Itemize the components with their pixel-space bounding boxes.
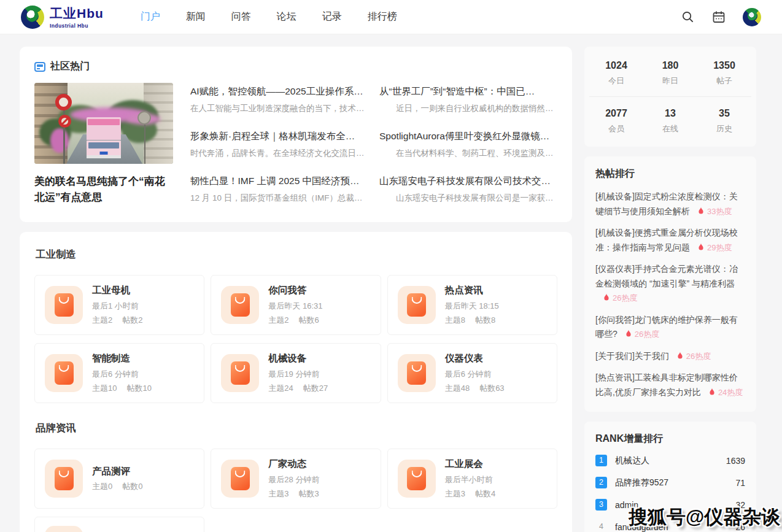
hot-post-item[interactable]: [仪器仪表]手持式合金元素光谱仪：冶金检测领域的 “加速引擎” 与精准利器26热…	[595, 262, 745, 306]
forum-bag-icon	[45, 286, 83, 324]
article-list-item[interactable]: 形象焕新·启程全球｜格林凯瑞发布全… 时代奔涌，品牌长青。在全球经济文化交流日…	[190, 130, 368, 159]
forum-post-count: 帖数10	[126, 383, 151, 394]
community-hot-title: 社区热门	[50, 60, 90, 73]
forum-bag-icon	[221, 354, 259, 392]
forum-bag-icon	[398, 460, 436, 498]
stat-label: 会员	[589, 123, 643, 134]
article-title: 韧性凸显！IMF 上调 2025 中国经济预期…	[190, 175, 368, 188]
forum-name: 工业母机	[92, 284, 142, 297]
forum-post-count: 帖数6	[299, 315, 319, 326]
article-list-item[interactable]: 从“世界工厂”到“智造中枢”：中国已… 近日，一则来自行业权威机构的数据悄然…	[379, 85, 557, 114]
stat-cell: 1350 帖子	[697, 60, 751, 87]
forum-card[interactable]: 仪器仪表 最后6 分钟前 主题48 帖数63	[387, 343, 557, 403]
forum-name: 热点资讯	[445, 284, 499, 297]
forum-topic-count: 主题2	[268, 315, 288, 326]
article-list-item[interactable]: AI赋能，智控领航——2025工业操作系… 在人工智能与工业制造深度融合的当下，…	[190, 85, 368, 114]
stat-cell: 2077 会员	[589, 108, 643, 134]
forum-sections-panel: 工业制造 工业母机 最后1 小时前 主题2 帖数2 你问我答 最后昨天 16:3…	[20, 232, 572, 532]
rank-score: 71	[735, 478, 745, 488]
forum-topic-count: 主题10	[92, 383, 117, 394]
article-column-1: AI赋能，智控领航——2025工业操作系… 在人工智能与工业制造深度融合的当下，…	[190, 85, 368, 205]
article-subtitle: 在人工智能与工业制造深度融合的当下，技术…	[190, 103, 368, 114]
article-subtitle: 在当代材料科学、制药工程、环境监测及…	[379, 148, 557, 159]
hot-post-item[interactable]: [热点资讯]工装检具非标定制哪家性价比高,优质厂家排名实力对比24热度	[595, 371, 745, 399]
forum-post-count: 帖数27	[303, 383, 328, 394]
stat-value: 35	[697, 108, 751, 119]
forum-card[interactable]: 工业母机 最后1 小时前 主题2 帖数2	[34, 275, 204, 335]
search-icon[interactable]	[681, 10, 695, 24]
site-logo[interactable]: 工业Hbu Industrial Hbu	[21, 5, 104, 29]
forum-name: 厂家动态	[268, 458, 319, 471]
stat-label: 在线	[643, 123, 697, 134]
section-title-industry: 工业制造	[36, 248, 557, 261]
rank-badge: 3	[595, 499, 607, 511]
stat-value: 180	[643, 60, 697, 71]
forum-topic-count: 主题3	[445, 488, 465, 499]
hot-post-item[interactable]: [机械设备]固定式粉尘浓度检测仪：关键细节与使用须知全解析33热度	[595, 190, 745, 218]
no-entry-sign	[55, 94, 72, 110]
hot-post-item[interactable]: [你问我答]龙门铣床的维护保养一般有哪些?26热度	[595, 313, 745, 342]
forum-card[interactable]: 产品测评 主题0 帖数0	[34, 449, 204, 509]
user-avatar[interactable]	[743, 8, 761, 26]
hot-posts-box: 热帖排行 [机械设备]固定式粉尘浓度检测仪：关键细节与使用须知全解析33热度[机…	[584, 156, 756, 412]
stat-value: 13	[643, 108, 697, 119]
hot-posts-title: 热帖排行	[595, 168, 745, 180]
article-subtitle: 近日，一则来自行业权威机构的数据悄然…	[379, 103, 557, 114]
section-title-brand: 品牌资讯	[36, 422, 557, 435]
hot-post-item[interactable]: [关于我们]关于我们26热度	[595, 349, 745, 364]
nav-item[interactable]: 记录	[322, 10, 342, 23]
forum-name: 仪器仪表	[445, 352, 505, 365]
hot-post-item[interactable]: [机械设备]便携式重金属分析仪现场校准：操作指南与常见问题29热度	[595, 226, 745, 255]
forum-card[interactable]: 热点资讯 最后昨天 18:15 主题8 帖数8	[387, 275, 557, 335]
rank-row[interactable]: 3 admin 32	[595, 499, 745, 511]
stat-value: 1024	[589, 60, 643, 71]
logo-icon	[21, 6, 44, 29]
nav-item[interactable]: 门户	[141, 10, 160, 23]
rank-row[interactable]: 2 品牌推荐9527 71	[595, 477, 745, 488]
featured-caption[interactable]: 美的联名马思纯搞了个“南花北运”有点意思	[34, 174, 174, 205]
article-list-item[interactable]: SpotlightAurora傅里叶变换红外显微镜… 在当代材料科学、制药工程、…	[379, 130, 557, 159]
forum-card[interactable]: 机械设备 最后19 分钟前 主题24 帖数27	[211, 343, 381, 403]
flame-icon	[625, 330, 632, 338]
nav-item[interactable]: 问答	[231, 10, 251, 23]
forum-bag-icon	[398, 354, 436, 392]
rank-score: 26	[735, 522, 745, 532]
nav-item[interactable]: 新闻	[186, 10, 206, 23]
industry-forum-grid: 工业母机 最后1 小时前 主题2 帖数2 你问我答 最后昨天 16:31 主题2…	[34, 275, 557, 403]
forum-topic-count: 主题48	[445, 383, 470, 394]
nav-item[interactable]: 排行榜	[368, 10, 397, 23]
flame-icon	[676, 352, 684, 360]
rank-row[interactable]: 4 fandougarden 26	[595, 521, 745, 532]
stat-label: 历史	[697, 123, 751, 134]
stat-label: 今日	[589, 75, 643, 87]
rank-username: 品牌推荐9527	[615, 477, 727, 488]
forum-last-post-time: 最后昨天 16:31	[268, 301, 322, 312]
stat-label: 帖子	[697, 75, 751, 87]
nav-item[interactable]: 论坛	[277, 10, 296, 23]
rank-username: 机械达人	[615, 455, 718, 466]
article-title: 山东瑶安电子科技发展有限公司技术交…	[379, 175, 557, 188]
article-list-item[interactable]: 韧性凸显！IMF 上调 2025 中国经济预期… 12 月 10 日，国际货币基…	[190, 175, 368, 204]
article-title: 形象焕新·启程全球｜格林凯瑞发布全…	[190, 130, 368, 143]
community-hot-icon	[34, 62, 45, 72]
article-title: AI赋能，智控领航——2025工业操作系…	[190, 85, 368, 98]
forum-name: 智能制造	[92, 352, 152, 365]
article-list-item[interactable]: 山东瑶安电子科技发展有限公司技术交… 山东瑶安电子科技发展有限公司是一家获…	[379, 175, 557, 204]
forum-last-post-time: 最后1 小时前	[92, 301, 142, 312]
calendar-icon[interactable]	[711, 10, 726, 25]
logo-subtitle: Industrial Hbu	[50, 23, 104, 29]
hot-post-heat: 26热度	[686, 352, 711, 361]
forum-card[interactable]: 品牌工厂 主题0 帖数0	[34, 517, 204, 532]
flame-icon	[603, 293, 610, 302]
forum-card[interactable]: 工业展会 最后半小时前 主题3 帖数4	[387, 449, 557, 509]
rank-score: 32	[735, 500, 745, 510]
hot-post-heat: 29热度	[707, 243, 732, 252]
featured-article[interactable]: 美的联名马思纯搞了个“南花北运”有点意思	[34, 83, 174, 205]
forum-name: 产品测评	[92, 465, 142, 478]
article-title: SpotlightAurora傅里叶变换红外显微镜…	[379, 130, 557, 143]
forum-card[interactable]: 你问我答 最后昨天 16:31 主题2 帖数6	[211, 275, 381, 335]
forum-card[interactable]: 厂家动态 最后28 分钟前 主题3 帖数3	[211, 449, 381, 509]
forum-topic-count: 主题3	[268, 488, 288, 499]
rank-row[interactable]: 1 机械达人 1639	[595, 455, 745, 466]
forum-card[interactable]: 智能制造 最后6 分钟前 主题10 帖数10	[34, 343, 204, 403]
